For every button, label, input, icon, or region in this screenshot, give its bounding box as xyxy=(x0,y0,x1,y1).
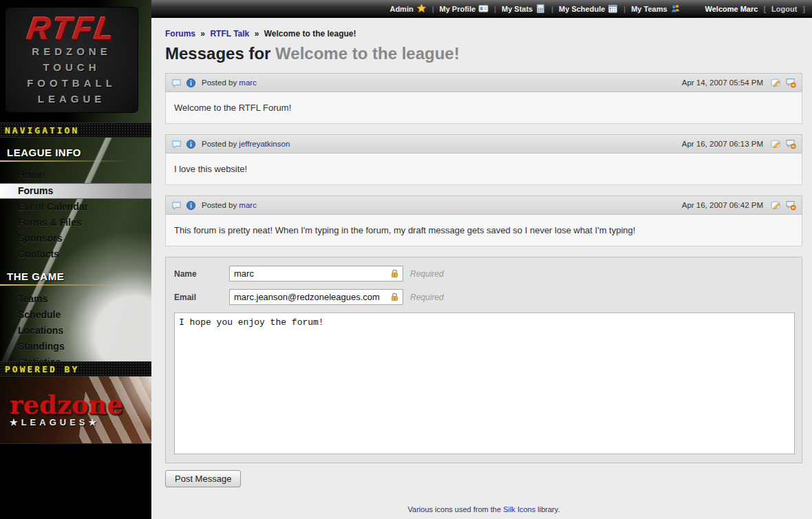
forum-message: Posted by jeffreyatkinson Apr 16, 2007 0… xyxy=(165,134,802,185)
lock-icon xyxy=(389,268,400,279)
league-logo: RTFL REDZONE TOUCH FOOTBALL LEAGUE xyxy=(6,8,138,112)
content-area: Forums » RTFL Talk » Welcome to the leag… xyxy=(151,18,812,519)
author-link[interactable]: marc xyxy=(239,201,257,209)
navigation-header-label: NAVIGATION xyxy=(5,125,79,136)
my-stats-label: My Stats xyxy=(502,5,533,13)
posted-by: Posted by marc xyxy=(202,78,257,87)
forum-message: Posted by marc Apr 14, 2007 05:54 PM Wel… xyxy=(165,73,802,124)
edit-message-icon[interactable] xyxy=(770,138,781,149)
edit-message-icon[interactable] xyxy=(770,77,781,88)
navigation-header-strip: NAVIGATION xyxy=(0,123,151,138)
topbar: Admin | My Profile | My Stats | My Sched… xyxy=(151,0,812,18)
logo-line: FOOTBALL xyxy=(27,75,116,91)
vcard-icon xyxy=(478,3,489,14)
sidebar-item-locations[interactable]: Locations xyxy=(0,323,151,339)
comment-icon xyxy=(171,78,182,88)
breadcrumb-current: Welcome to the league! xyxy=(264,29,356,39)
sidebar-item-sponsors[interactable]: Sponsors xyxy=(0,231,151,246)
message-header: Posted by marc Apr 14, 2007 05:54 PM xyxy=(165,73,802,92)
posted-by: Posted by jeffreyatkinson xyxy=(202,140,290,148)
email-input[interactable] xyxy=(229,289,403,305)
author-link[interactable]: marc xyxy=(239,78,257,87)
footer-credit-icons: Various icons used from the Silk Icons l… xyxy=(165,505,802,513)
sidebar-item-forums[interactable]: Forums xyxy=(0,183,151,199)
author-link[interactable]: jeffreyatkinson xyxy=(239,140,290,148)
message-header: Posted by marc Apr 16, 2007 06:42 PM xyxy=(165,195,802,215)
sidebar-item-home[interactable]: Home xyxy=(0,167,151,183)
sidebar-item-teams[interactable]: Teams xyxy=(0,291,151,307)
logo-line: TOUCH xyxy=(43,59,100,75)
section-title-league-info: LEAGUE INFO xyxy=(0,147,151,158)
delete-comment-icon[interactable] xyxy=(785,77,796,88)
redzone-leagues-logo[interactable]: redzone ★LEAGUES★ xyxy=(0,377,151,444)
delete-comment-icon[interactable] xyxy=(785,200,796,211)
message-textarea[interactable]: I hope you enjoy the forum! xyxy=(174,313,795,454)
silk-icons-link[interactable]: Silk Icons xyxy=(503,505,535,513)
message-body: Welcome to the RTFL Forum! xyxy=(165,92,802,124)
sidebar-item-standings[interactable]: Standings xyxy=(0,339,151,354)
email-label: Email xyxy=(174,293,229,302)
page-title-topic: Welcome to the league! xyxy=(275,44,460,63)
main-column: Admin | My Profile | My Stats | My Sched… xyxy=(151,0,812,519)
lock-icon xyxy=(389,292,400,302)
info-icon[interactable] xyxy=(186,78,196,88)
topbar-separator: | xyxy=(494,5,496,13)
message-header: Posted by jeffreyatkinson Apr 16, 2007 0… xyxy=(165,134,802,153)
topbar-separator: | xyxy=(551,5,553,13)
sidebar: RTFL REDZONE TOUCH FOOTBALL LEAGUE NAVIG… xyxy=(0,0,151,519)
section-title-the-game: THE GAME xyxy=(0,271,151,282)
message-date: Apr 16, 2007 06:42 PM xyxy=(682,201,763,209)
message-date: Apr 16, 2007 06:13 PM xyxy=(682,140,763,148)
post-message-button[interactable]: Post Message xyxy=(165,470,241,487)
topbar-item-my-stats[interactable]: My Stats xyxy=(502,3,546,14)
message-body: I love this website! xyxy=(165,153,802,185)
redzone-logo-sub: ★LEAGUES★ xyxy=(10,417,151,427)
sidebar-item-forms-files[interactable]: Forms & Files xyxy=(0,215,151,231)
sidebar-item-contacts[interactable]: Contacts xyxy=(0,246,151,262)
topbar-separator: | xyxy=(623,5,626,13)
posted-by: Posted by marc xyxy=(202,201,257,209)
breadcrumb: Forums » RTFL Talk » Welcome to the leag… xyxy=(165,29,802,39)
logo-line: LEAGUE xyxy=(38,91,106,107)
comment-icon xyxy=(171,139,182,149)
redzone-logo-word: redzone xyxy=(10,392,151,417)
section-underline xyxy=(0,284,151,286)
page-title: Messages for Welcome to the league! xyxy=(165,44,802,63)
welcome-text: Welcome Marc xyxy=(705,5,758,13)
name-row: Name Required xyxy=(174,266,795,282)
breadcrumb-separator: » xyxy=(200,29,205,39)
footer-text: Various icons used from the xyxy=(408,505,504,513)
name-label: Name xyxy=(174,269,229,279)
sidebar-item-event-calendar[interactable]: Event Calendar xyxy=(0,199,151,215)
info-icon[interactable] xyxy=(186,139,196,149)
message-date: Apr 14, 2007 05:54 PM xyxy=(682,78,763,87)
topbar-item-my-teams[interactable]: My Teams xyxy=(631,3,680,14)
topbar-item-my-schedule[interactable]: My Schedule xyxy=(559,3,618,14)
calendar-icon xyxy=(608,3,618,14)
my-teams-label: My Teams xyxy=(631,5,667,13)
post-message-form: Name Required Email Required I hope you … xyxy=(165,257,802,463)
topbar-separator: | xyxy=(432,5,434,13)
section-underline xyxy=(0,160,151,162)
sidebar-filler xyxy=(0,444,151,519)
admin-label: Admin xyxy=(389,5,413,13)
edit-message-icon[interactable] xyxy=(770,200,781,211)
powered-by-strip: POWERED BY xyxy=(0,361,151,377)
delete-comment-icon[interactable] xyxy=(785,138,796,149)
league-logo-area: RTFL REDZONE TOUCH FOOTBALL LEAGUE xyxy=(0,0,151,123)
posted-by-label: Posted by xyxy=(202,201,237,209)
comment-icon xyxy=(171,200,182,211)
sidebar-item-schedule[interactable]: Schedule xyxy=(0,307,151,323)
breadcrumb-link-forums[interactable]: Forums xyxy=(165,29,195,39)
logo-acronym: RTFL xyxy=(25,13,118,43)
topbar-item-my-profile[interactable]: My Profile xyxy=(440,3,489,14)
bracket: ] xyxy=(802,5,805,13)
breadcrumb-link-rtfl-talk[interactable]: RTFL Talk xyxy=(210,29,249,39)
bracket: [ xyxy=(763,5,766,13)
info-icon[interactable] xyxy=(186,200,196,211)
name-input[interactable] xyxy=(229,266,403,282)
topbar-item-admin[interactable]: Admin xyxy=(389,3,426,14)
logout-link[interactable]: Logout xyxy=(771,5,797,13)
group-icon xyxy=(670,3,681,14)
required-hint: Required xyxy=(410,293,444,302)
